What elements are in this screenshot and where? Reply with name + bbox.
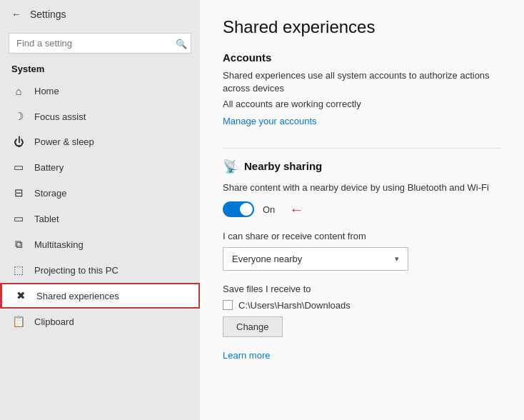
toggle-knob [240, 203, 253, 216]
share-from-label: I can share or receive content from [223, 231, 501, 241]
projecting-icon: ⬚ [11, 264, 26, 276]
change-button[interactable]: Change [223, 316, 283, 337]
sidebar-item-clipboard[interactable]: 📋 Clipboard [0, 309, 200, 334]
sidebar-item-storage[interactable]: ⊟ Storage [0, 180, 200, 206]
section-divider [223, 148, 501, 149]
page-title: Shared experiences [223, 17, 501, 37]
arrow-indicator: ← [289, 201, 303, 218]
battery-icon: ▭ [11, 161, 26, 174]
storage-icon: ⊟ [11, 186, 26, 199]
sidebar-item-label: Shared experiences [36, 291, 119, 301]
toggle-row: On ← [223, 201, 501, 218]
sidebar-item-focus-assist[interactable]: ☽ Focus assist [0, 104, 200, 129]
sidebar-item-label: Battery [34, 162, 64, 173]
focus-assist-icon: ☽ [11, 110, 26, 123]
dropdown-value: Everyone nearby [232, 254, 302, 264]
accounts-status: All accounts are working correctly [223, 98, 501, 111]
main-content: Shared experiences Accounts Shared exper… [200, 0, 524, 420]
sidebar-item-power-sleep[interactable]: ⏻ Power & sleep [0, 129, 200, 154]
sidebar-item-tablet[interactable]: ▭ Tablet [0, 206, 200, 231]
red-arrow-icon: ← [289, 201, 303, 218]
sidebar-item-label: Multitasking [34, 239, 84, 250]
sidebar-item-battery[interactable]: ▭ Battery [0, 154, 200, 180]
chevron-down-icon: ▾ [395, 254, 399, 264]
power-icon: ⏻ [11, 136, 26, 148]
search-box: 🔍 [9, 33, 191, 54]
sidebar-item-label: Projecting to this PC [34, 265, 119, 276]
sidebar-item-label: Clipboard [34, 316, 74, 327]
clipboard-icon: 📋 [11, 315, 26, 328]
multitasking-icon: ⧉ [11, 238, 26, 251]
sidebar: ← Settings 🔍 System ⌂ Home ☽ Focus assis… [0, 0, 200, 420]
accounts-section-title: Accounts [223, 51, 501, 64]
nearby-sharing-icon: 📡 [223, 159, 238, 174]
titlebar: ← Settings [0, 0, 200, 29]
search-input[interactable] [9, 33, 191, 54]
tablet-icon: ▭ [11, 212, 26, 225]
sidebar-item-label: Storage [34, 188, 67, 199]
sidebar-item-label: Power & sleep [34, 136, 94, 147]
learn-more-link[interactable]: Learn more [223, 350, 270, 361]
sidebar-item-multitasking[interactable]: ⧉ Multitasking [0, 231, 200, 257]
shared-experiences-icon: ✖ [14, 289, 28, 302]
back-button[interactable]: ← [11, 9, 21, 20]
search-icon[interactable]: 🔍 [176, 38, 187, 49]
sidebar-item-home[interactable]: ⌂ Home [0, 79, 200, 104]
nearby-sharing-title: 📡 Nearby sharing [223, 159, 501, 174]
sidebar-item-projecting[interactable]: ⬚ Projecting to this PC [0, 257, 200, 283]
file-path-row: C:\Users\Harsh\Downloads [223, 300, 501, 311]
sidebar-item-label: Home [34, 86, 59, 96]
manage-accounts-link[interactable]: Manage your accounts [223, 116, 317, 126]
sidebar-item-shared-experiences[interactable]: ✖ Shared experiences [0, 283, 200, 309]
sidebar-section-label: System [0, 61, 200, 79]
home-icon: ⌂ [11, 85, 26, 97]
share-from-dropdown[interactable]: Everyone nearby ▾ [223, 247, 408, 271]
settings-title: Settings [30, 9, 66, 20]
share-desc: Share content with a nearby device by us… [223, 181, 501, 194]
sidebar-item-label: Tablet [34, 214, 59, 224]
sidebar-item-label: Focus assist [34, 111, 86, 122]
nearby-sharing-toggle[interactable] [223, 201, 254, 217]
file-path-checkbox[interactable] [223, 300, 233, 310]
file-path-text: C:\Users\Harsh\Downloads [238, 300, 351, 311]
accounts-desc1: Shared experiences use all system accoun… [223, 69, 501, 95]
toggle-state-label: On [263, 204, 275, 215]
save-files-label: Save files I receive to [223, 284, 501, 294]
